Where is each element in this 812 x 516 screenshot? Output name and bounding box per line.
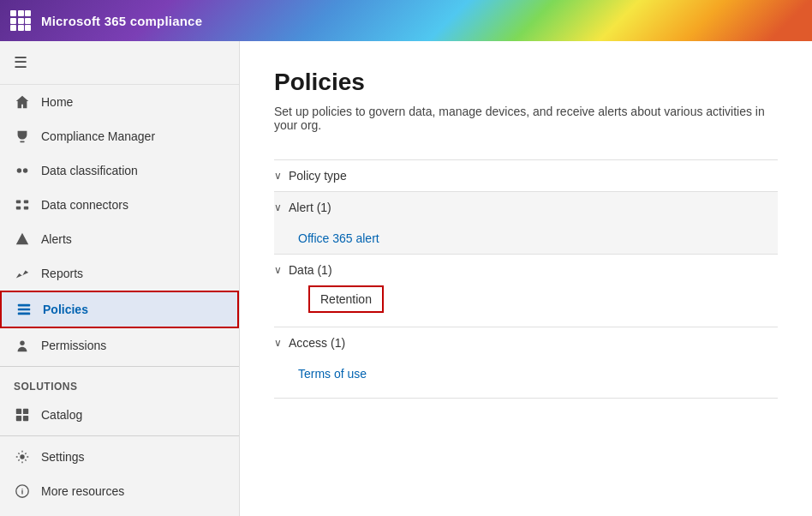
permissions-icon xyxy=(14,337,31,354)
svg-rect-13 xyxy=(16,416,21,421)
app-title: Microsoft 365 compliance xyxy=(41,14,202,28)
data-group: ∨ Data (1) Retention xyxy=(274,255,778,327)
sidebar-item-reports[interactable]: Reports xyxy=(0,256,239,291)
sidebar-toggle[interactable]: ☰ xyxy=(0,41,239,85)
sidebar-item-catalog[interactable]: Catalog xyxy=(0,398,239,432)
solutions-section-label: Solutions xyxy=(0,370,239,398)
svg-rect-0 xyxy=(20,141,24,142)
svg-point-1 xyxy=(17,168,21,172)
sidebar-divider-2 xyxy=(0,435,239,436)
catalog-icon xyxy=(14,406,31,423)
main-content: Policies Set up policies to govern data,… xyxy=(240,41,812,516)
body-layout: ☰ Home Compliance Manager Data classific… xyxy=(0,41,812,516)
info-icon xyxy=(14,483,31,500)
sidebar-item-settings[interactable]: Settings xyxy=(0,440,239,474)
alert-group: ∨ Alert (1) Office 365 alert xyxy=(274,192,778,255)
office365-alert-item[interactable]: Office 365 alert xyxy=(274,223,778,254)
svg-rect-12 xyxy=(23,409,28,414)
policy-type-chevron: ∨ xyxy=(274,170,282,182)
svg-rect-8 xyxy=(18,309,30,311)
svg-rect-6 xyxy=(24,207,28,210)
svg-point-15 xyxy=(20,454,24,459)
sidebar-divider-1 xyxy=(0,366,239,367)
policies-icon xyxy=(15,301,33,318)
sidebar-item-permissions[interactable]: Permissions xyxy=(0,328,239,363)
data-classification-icon xyxy=(14,162,31,179)
svg-rect-3 xyxy=(16,201,21,204)
alerts-icon xyxy=(14,231,31,248)
svg-rect-5 xyxy=(16,207,21,210)
svg-rect-11 xyxy=(16,409,21,414)
sidebar-item-alerts[interactable]: Alerts xyxy=(0,222,239,256)
sidebar-item-data-classification[interactable]: Data classification xyxy=(0,153,239,188)
svg-point-10 xyxy=(20,341,24,345)
access-group: ∨ Access (1) Terms of use xyxy=(274,327,778,399)
settings-icon xyxy=(14,448,31,465)
svg-rect-7 xyxy=(18,304,30,307)
page-title: Policies xyxy=(274,69,778,96)
svg-rect-4 xyxy=(24,201,28,204)
svg-rect-9 xyxy=(18,313,30,315)
sidebar: ☰ Home Compliance Manager Data classific… xyxy=(0,41,240,516)
alert-group-header[interactable]: ∨ Alert (1) xyxy=(274,192,778,223)
sidebar-item-policies[interactable]: Policies xyxy=(0,291,239,328)
home-icon xyxy=(14,93,31,111)
policy-type-header[interactable]: ∨ Policy type xyxy=(274,159,778,192)
data-chevron: ∨ xyxy=(274,264,282,276)
svg-point-2 xyxy=(23,168,27,172)
access-chevron: ∨ xyxy=(274,337,282,349)
reports-icon xyxy=(14,265,31,282)
access-group-header[interactable]: ∨ Access (1) xyxy=(274,327,778,358)
page-subtitle: Set up policies to govern data, manage d… xyxy=(274,105,778,132)
sidebar-item-more-resources[interactable]: More resources xyxy=(0,474,239,508)
top-bar: Microsoft 365 compliance xyxy=(0,0,812,41)
sidebar-item-data-connectors[interactable]: Data connectors xyxy=(0,188,239,222)
apps-icon[interactable] xyxy=(10,10,31,31)
alert-chevron: ∨ xyxy=(274,201,282,213)
data-group-header[interactable]: ∨ Data (1) xyxy=(274,255,778,285)
trophy-icon xyxy=(14,128,31,145)
sidebar-item-compliance-manager[interactable]: Compliance Manager xyxy=(0,119,239,153)
data-connectors-icon xyxy=(14,196,31,213)
terms-of-use-item[interactable]: Terms of use xyxy=(274,358,778,389)
svg-rect-14 xyxy=(23,416,28,421)
retention-item[interactable]: Retention xyxy=(308,285,384,313)
sidebar-item-home[interactable]: Home xyxy=(0,85,239,119)
